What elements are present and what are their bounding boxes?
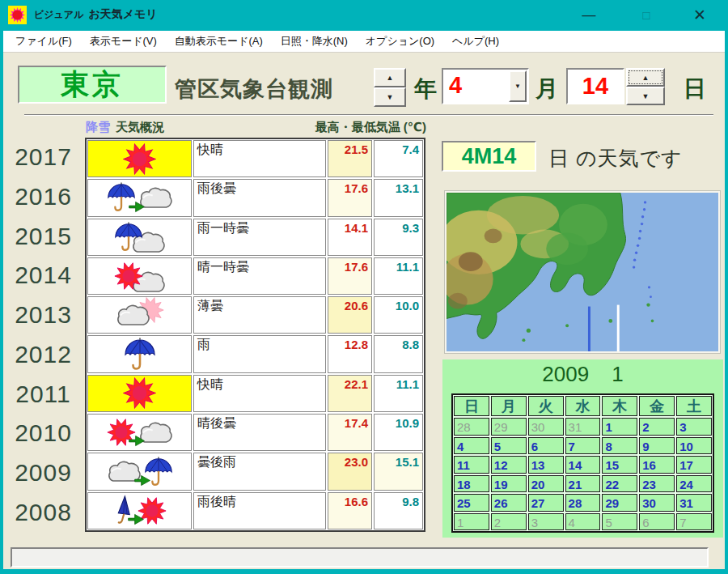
calendar-day-cell[interactable]: 14 (565, 456, 601, 474)
calendar-day-cell[interactable]: 30 (528, 418, 564, 436)
calendar-day-cell[interactable]: 19 (491, 475, 527, 493)
years-column: 2017201620152014201320122011201020092008 (5, 138, 82, 532)
calendar-day-cell[interactable]: 29 (491, 418, 527, 436)
date-suffix-label: 日 の天気です (548, 145, 683, 172)
temp-min-cell: 15.1 (374, 453, 423, 490)
maximize-button[interactable]: □ (632, 4, 661, 26)
calendar-day-cell[interactable]: 12 (491, 456, 527, 474)
calendar-day-cell[interactable]: 2 (639, 418, 675, 436)
temp-max-cell: 21.5 (328, 140, 372, 177)
weather-icon-cell (87, 296, 192, 334)
sun-icon (123, 376, 156, 410)
up-arrow-icon: ▲ (642, 74, 650, 82)
temp-max-cell: 17.6 (328, 257, 372, 295)
observatory-label: 管区気象台観測 (175, 74, 333, 104)
calendar-day-cell[interactable]: 31 (565, 418, 601, 436)
menu-item[interactable]: 日照・降水(N) (272, 32, 357, 51)
temps-column-header: 最高・最低気温 (℃) (279, 120, 426, 135)
title-bar: ビジュアルお天気メモリ — □ ✕ (0, 0, 728, 31)
calendar-day-cell[interactable]: 29 (602, 494, 637, 512)
calendar-day-cell[interactable]: 8 (602, 437, 637, 455)
calendar-day-cell[interactable]: 15 (602, 456, 637, 474)
year-label: 2011 (5, 374, 82, 414)
calendar-day-cell[interactable]: 22 (602, 475, 637, 493)
calendar-day-cell[interactable]: 18 (454, 475, 489, 493)
maximize-icon: □ (642, 8, 650, 22)
temp-max-cell: 16.6 (328, 492, 372, 529)
weather-desc-cell: 雨 (193, 335, 326, 372)
weather-desc-cell: 薄曇 (193, 296, 326, 334)
calendar-day-cell[interactable]: 28 (565, 494, 601, 512)
calendar-day-cell[interactable]: 11 (454, 456, 489, 474)
calendar-day-cell[interactable]: 3 (676, 418, 712, 436)
calendar-day-cell[interactable]: 13 (528, 456, 564, 474)
weather-desc-cell: 晴一時曇 (193, 257, 326, 295)
calendar-day-cell[interactable]: 4 (565, 513, 601, 531)
calendar-day-cell[interactable]: 6 (528, 437, 564, 455)
calendar-day-cell[interactable]: 16 (639, 456, 675, 474)
window-title: ビジュアルお天気メモリ (34, 7, 158, 22)
calendar-day-cell[interactable]: 31 (676, 494, 712, 512)
calendar-panel: 20091 日月火水木金土282930311234567891011121314… (442, 359, 723, 538)
calendar-day-cell[interactable]: 2 (491, 513, 527, 531)
menu-item[interactable]: ファイル(F) (6, 32, 81, 51)
calendar-day-cell[interactable]: 6 (639, 513, 675, 531)
weather-desc-cell: 曇後雨 (193, 453, 326, 490)
year-up-button[interactable]: ▲ (374, 68, 406, 87)
year-down-button[interactable]: ▼ (374, 87, 406, 107)
weather-icon-cell (87, 219, 192, 256)
temp-min-cell: 13.1 (374, 179, 423, 216)
year-label: 2009 (5, 453, 82, 493)
calendar-day-cell[interactable]: 28 (454, 418, 489, 436)
arrow-icon (128, 513, 145, 525)
calendar-day-cell[interactable]: 9 (639, 437, 675, 455)
weather-icon-cell (87, 492, 192, 529)
close-icon: ✕ (693, 6, 706, 24)
arrow-icon (129, 201, 146, 213)
weather-icon-cell (87, 453, 192, 490)
calendar-day-cell[interactable]: 26 (491, 494, 527, 512)
day-up-button[interactable]: ▲ (626, 68, 665, 87)
status-bar (11, 547, 709, 568)
year-label: 2013 (5, 296, 82, 335)
temp-min-cell: 11.1 (374, 375, 423, 412)
close-button[interactable]: ✕ (685, 4, 714, 26)
calendar-day-cell[interactable]: 1 (602, 418, 637, 436)
menu-item[interactable]: オプション(O) (357, 32, 443, 51)
temp-min-cell: 9.3 (374, 219, 423, 256)
calendar-title: 20091 (442, 362, 723, 387)
calendar-day-cell[interactable]: 24 (676, 475, 712, 493)
calendar-day-cell[interactable]: 23 (639, 475, 675, 493)
calendar-day-cell[interactable]: 10 (676, 437, 712, 455)
calendar-day-cell[interactable]: 17 (676, 456, 712, 474)
day-down-button[interactable]: ▼ (626, 87, 665, 105)
menu-item[interactable]: 自動表示モード(A) (166, 32, 272, 51)
arrow-icon (134, 474, 151, 487)
temp-min-cell: 9.8 (374, 492, 423, 529)
calendar-day-cell[interactable]: 30 (639, 494, 675, 512)
calendar-day-cell[interactable]: 1 (454, 513, 489, 531)
day-field[interactable]: 14 (566, 68, 624, 104)
calendar-weekday-header: 月 (491, 396, 527, 416)
menu-item[interactable]: ヘルプ(H) (443, 32, 508, 51)
calendar-day-cell[interactable]: 4 (454, 437, 489, 455)
temp-max-cell: 17.4 (328, 414, 372, 451)
dropdown-arrow-icon: ▼ (514, 83, 521, 90)
calendar-day-cell[interactable]: 25 (454, 494, 489, 512)
umbrella-icon (114, 221, 143, 253)
calendar-day-cell[interactable]: 7 (565, 437, 601, 455)
year-label: 2015 (5, 216, 82, 256)
month-combobox[interactable]: 4 ▼ (442, 68, 529, 104)
weather-icon-cell (87, 414, 192, 451)
menu-item[interactable]: 表示モード(V) (81, 32, 166, 51)
calendar-day-cell[interactable]: 20 (528, 475, 564, 493)
calendar-day-cell[interactable]: 27 (528, 494, 564, 512)
calendar-day-cell[interactable]: 5 (602, 513, 637, 531)
calendar-day-cell[interactable]: 3 (528, 513, 564, 531)
calendar-day-cell[interactable]: 5 (491, 437, 527, 455)
minimize-button[interactable]: — (574, 4, 603, 26)
calendar-day-cell[interactable]: 7 (676, 513, 712, 531)
calendar-day-cell[interactable]: 21 (565, 475, 601, 493)
year-label: 2016 (5, 177, 82, 217)
month-dropdown-button[interactable]: ▼ (509, 70, 527, 102)
